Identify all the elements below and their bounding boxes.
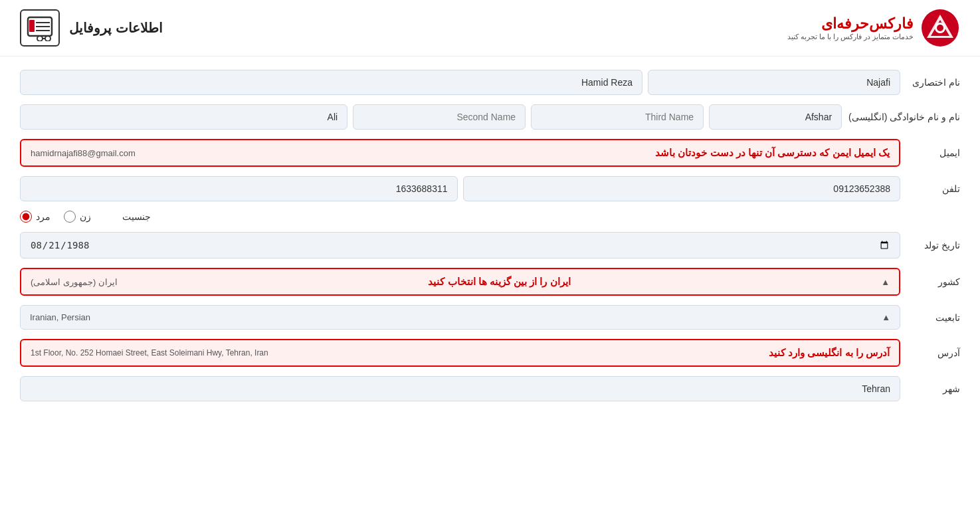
gender-female-radio[interactable] [64,211,76,223]
gender-female-option[interactable]: زن [64,211,91,223]
gender-male-option[interactable]: مرد [20,211,50,223]
city-row: شهر [20,376,960,401]
phone-row: تلفن [20,176,960,201]
gender-row: جنسیت زن مرد [20,211,960,223]
gender-label: جنسیت [98,211,151,222]
country-row: کشور ▲ ایران را از بین گزینه ها انتخاب ک… [20,268,960,296]
email-value: hamidrnajafi88@gmail.com [31,148,136,158]
address-row: آدرس آدرس را به انگلیسی وارد کنید 1st Fl… [20,339,960,367]
last-name-field[interactable] [709,104,842,130]
logo-area: فارکس‌حرفه‌ای خدمات متمایز در فارکس را ب… [787,8,960,48]
address-label: آدرس [907,348,960,358]
nationality-label: تابعیت [907,312,960,323]
address-hint-text: آدرس را به انگلیسی وارد کنید [769,347,890,359]
country-hint-text: ایران را از بین گزینه ها انتخاب کنید [428,276,570,288]
nationality-field-container[interactable]: ▲ Iranian, Persian [20,305,900,330]
address-value: 1st Floor, No. 252 Homaei Street, East S… [31,348,268,358]
svg-point-2 [937,25,943,31]
header-right: اطلاعات پروفایل [20,9,163,47]
gender-male-label: مرد [36,211,50,222]
fullname-fields [20,104,842,130]
email-label: ایمیل [907,148,960,158]
logo-icon [920,8,960,48]
country-field-container[interactable]: ▲ ایران را از بین گزینه ها انتخاب کنید ا… [20,268,900,296]
email-row: ایمیل یک ایمیل ایمن که دسترسی آن تنها در… [20,139,960,167]
page-title: اطلاعات پروفایل [69,20,163,36]
logo-text: فارکس‌حرفه‌ای خدمات متمایز در فارکس را ب… [787,15,914,41]
svg-rect-7 [29,20,35,32]
profile-icon [27,15,53,41]
third-name-field[interactable] [531,104,704,130]
address-field-container[interactable]: آدرس را به انگلیسی وارد کنید 1st Floor, … [20,339,900,367]
second-name-field[interactable] [353,104,526,130]
main-content: نام اختصاری نام و نام خانوادگی (انگلیسی)… [0,56,980,424]
dob-row: تاریخ تولد [20,232,960,258]
dob-field[interactable] [20,232,900,258]
city-label: شهر [907,383,960,394]
phone-label: تلفن [907,183,960,194]
phone1-field[interactable] [20,176,458,201]
email-field-container[interactable]: یک ایمیل ایمن که دسترسی آن تنها در دست خ… [20,139,900,167]
nickname-fields [20,70,900,95]
nickname-second-field[interactable] [648,70,900,95]
email-hint-text: یک ایمیل ایمن که دسترسی آن تنها در دست خ… [655,147,890,159]
profile-icon-box [20,9,60,47]
gender-options: زن مرد [20,211,91,223]
phone2-field[interactable] [463,176,901,201]
city-field[interactable] [20,376,900,401]
gender-male-radio[interactable] [20,211,32,223]
fullname-label: نام و نام خانوادگی (انگلیسی) [848,112,960,122]
first-name-field[interactable] [20,104,347,130]
nationality-arrow-icon: ▲ [882,312,890,322]
country-arrow-icon: ▲ [881,277,890,287]
dob-label: تاریخ تولد [907,240,960,251]
nickname-row: نام اختصاری [20,70,960,95]
nationality-row: تابعیت ▲ Iranian, Persian [20,305,960,330]
logo-sub-text: خدمات متمایز در فارکس را با ما تجربه کنی… [787,33,914,41]
nickname-label: نام اختصاری [907,77,960,88]
nationality-value: Iranian, Persian [30,312,90,322]
country-value: ایران (جمهوری اسلامی) [31,277,118,287]
phone-fields [20,176,900,201]
header: فارکس‌حرفه‌ای خدمات متمایز در فارکس را ب… [0,0,980,56]
fullname-row: نام و نام خانوادگی (انگلیسی) [20,104,960,130]
country-label: کشور [907,276,960,287]
nickname-main-field[interactable] [20,70,642,95]
gender-female-label: زن [80,211,91,222]
logo-main-text: فارکس‌حرفه‌ای [787,15,914,33]
